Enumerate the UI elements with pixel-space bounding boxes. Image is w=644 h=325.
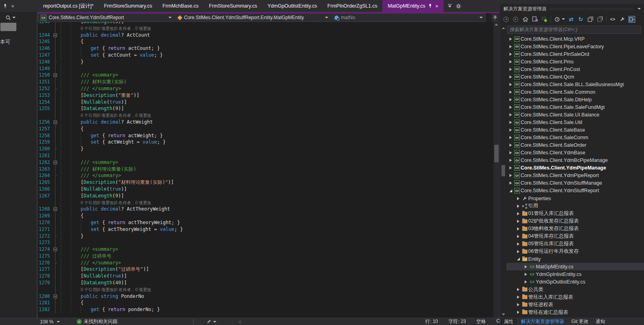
code-line[interactable]: 1261 bbox=[38, 152, 493, 159]
code-line[interactable]: 1273 bbox=[38, 239, 493, 246]
switch-views-icon[interactable] bbox=[531, 16, 538, 23]
sync-with-active-document-icon[interactable]: ⇄ bbox=[568, 16, 575, 23]
properties-wrench-icon[interactable] bbox=[619, 16, 626, 23]
bottom-tab-3[interactable]: Git 更改 bbox=[568, 318, 592, 325]
solution-explorer-search-input[interactable]: 搜索解决方案资源管理器(Ctrl+;) bbox=[507, 26, 641, 34]
collapsed-arrow-icon[interactable] bbox=[508, 83, 513, 86]
code-line[interactable]: 1252/// </summary> bbox=[38, 85, 493, 92]
tab-ydmgpoutlistentity-cs[interactable]: YdmGpOutlistEntity.cs bbox=[262, 0, 322, 12]
code-line[interactable]: 1271set { actTheoryWeight = value; } bbox=[38, 226, 493, 233]
collapsed-arrow-icon[interactable] bbox=[508, 68, 513, 71]
collapsed-arrow-icon[interactable] bbox=[508, 144, 513, 147]
char-indicator[interactable]: 字符: 23 bbox=[448, 318, 466, 325]
code-line[interactable]: 1277[Description("过磅单号")] bbox=[38, 266, 493, 273]
codelens-row[interactable]: 0 个引用|0 项更改|0 名作者，0 项更改 bbox=[38, 25, 493, 32]
tab-frmstoresummary-cs[interactable]: FrmStoreSummary.cs bbox=[99, 0, 157, 12]
tree-item-core-stlmes-client-sale-salefundmgt[interactable]: C#Core.StlMes.Client.Sale.SaleFundMgt bbox=[506, 103, 644, 111]
tree-item-core-stlmes-client-pipeleavefactory[interactable]: C#Core.StlMes.Client.PipeLeaveFactory bbox=[506, 43, 644, 50]
tree-item-ydmgpinlistentity-cs[interactable]: C#YdmGpInlistEntity.cs bbox=[506, 270, 644, 278]
tree-item--[interactable]: 管坯在途汇总报表 bbox=[506, 309, 644, 316]
collapsed-arrow-icon[interactable] bbox=[515, 212, 521, 215]
fold-collapse-box[interactable] bbox=[54, 73, 57, 77]
code-line[interactable]: 1281{ bbox=[38, 299, 493, 306]
document-list-icon[interactable] bbox=[448, 4, 452, 8]
tree-item-core-stlmes-client-saleorder[interactable]: C#Core.StlMes.Client.SaleOrder bbox=[506, 142, 644, 149]
codelens-row[interactable]: 0 个引用|0 项更改|0 名作者，0 项更改 bbox=[38, 199, 493, 206]
window-position-chevron-icon[interactable] bbox=[638, 8, 641, 10]
collapsed-arrow-icon[interactable] bbox=[508, 121, 513, 124]
editor-scrollbar-thumb[interactable] bbox=[494, 145, 499, 162]
fold-collapse-box[interactable] bbox=[54, 120, 57, 124]
code-line[interactable]: 1243[DataLength(3)] bbox=[38, 22, 493, 25]
tree-item-core-stlmes-client-mcp-vrp[interactable]: C#Core.StlMes.Client.Mcp.VRP bbox=[506, 35, 644, 43]
tree-item-core-stlmes-client-ydmstuffreport[interactable]: C#Core.StlMes.Client.YdmStuffReport bbox=[506, 187, 644, 195]
solution-explorer-titlebar[interactable]: 解决方案资源管理器 bbox=[500, 4, 644, 14]
type-dropdown[interactable]: Core.StlMes.Client.YdmStuffReport.Entity… bbox=[175, 13, 331, 22]
tree-item-ydmgpoutlistentity-cs[interactable]: C#YdmGpOutlistEntity.cs bbox=[506, 278, 644, 286]
code-line[interactable]: 1255[DataLength(9)] bbox=[38, 105, 493, 112]
collapsed-arrow-icon[interactable] bbox=[515, 220, 521, 223]
collapsed-arrow-icon[interactable] bbox=[515, 295, 521, 299]
pin-icon[interactable] bbox=[3, 4, 7, 9]
collapsed-arrow-icon[interactable] bbox=[508, 151, 513, 154]
tree-item-core-stlmes-client-sale-dbhelp[interactable]: C#Core.StlMes.Client.Sale.DbHelp bbox=[506, 96, 644, 103]
collapsed-arrow-icon[interactable] bbox=[515, 242, 521, 246]
tree-item-core-stlmes-client-ydmbase[interactable]: C#Core.StlMes.Client.YdmBase bbox=[506, 149, 644, 157]
tree-item-core-stlmes-client-plnsaleord[interactable]: C#Core.StlMes.Client.PlnSaleOrd bbox=[506, 50, 644, 58]
code-line[interactable]: 1246get { return actCount; } bbox=[38, 45, 493, 52]
collapsed-arrow-icon[interactable] bbox=[523, 280, 529, 284]
code-line[interactable]: 1279[DataLength(40)] bbox=[38, 280, 493, 286]
tree-item-matgpmentity-cs[interactable]: C#MatGpMEntity.cs bbox=[506, 263, 644, 270]
scroll-up-icon[interactable] bbox=[502, 27, 505, 29]
tree-item-core-stlmes-client-sale-ui-balance[interactable]: C#Core.StlMes.Client.Sale.UI.Balance bbox=[506, 111, 644, 118]
chevron-down-icon[interactable] bbox=[562, 18, 565, 20]
collapse-all-icon[interactable] bbox=[587, 16, 594, 23]
fold-collapse-box[interactable] bbox=[54, 295, 57, 298]
tree-item-core-stlmes-client-pncost[interactable]: C#Core.StlMes.Client.PnCost bbox=[506, 65, 644, 73]
collapsed-arrow-icon[interactable] bbox=[508, 128, 513, 132]
tree-item--[interactable]: 公共类 bbox=[506, 286, 644, 293]
tree-item-core-stlmes-client-sale-util[interactable]: C#Core.StlMes.Client.Sale.Util bbox=[506, 119, 644, 126]
code-line[interactable]: 1267[DataLength(9)] bbox=[38, 193, 493, 199]
code-line[interactable]: 1253[Description("重量")] bbox=[38, 92, 493, 99]
tree-item-02-[interactable]: 02炉批收发存汇总报表 bbox=[506, 217, 644, 225]
collapsed-arrow-icon[interactable] bbox=[508, 174, 513, 177]
expanded-arrow-icon[interactable] bbox=[515, 258, 521, 260]
code-line[interactable]: 1263/// 材料理论重量(实际) bbox=[38, 166, 493, 173]
collapsed-arrow-icon[interactable] bbox=[508, 136, 513, 139]
hscroll-left-icon[interactable] bbox=[238, 320, 241, 324]
fold-collapse-box[interactable] bbox=[54, 207, 57, 211]
pending-changes-filter-icon[interactable] bbox=[541, 16, 548, 23]
collapsed-arrow-icon[interactable] bbox=[515, 303, 521, 306]
collapsed-arrow-icon[interactable] bbox=[508, 98, 513, 101]
close-icon[interactable]: × bbox=[11, 4, 14, 9]
tab-frmstoresummary-cs[interactable]: FrmStoreSummary.cs bbox=[204, 0, 262, 12]
refresh-icon[interactable]: ↻ bbox=[577, 16, 584, 23]
home-icon[interactable] bbox=[522, 16, 529, 23]
bottom-tab-2[interactable]: 解决方案资源管理器 bbox=[517, 318, 568, 325]
code-line[interactable]: 1265[Description("材料理论重量(实际)")] bbox=[38, 179, 493, 186]
tree-item-core-stlmes-client-ydmpipemanage[interactable]: C#Core.StlMes.Client.YdmPipeManage bbox=[506, 164, 644, 172]
codelens-row[interactable]: 0 个引用|0 项更改|0 名作者，0 项更改 bbox=[38, 286, 493, 293]
back-icon[interactable]: ◂ bbox=[503, 16, 509, 23]
tree-item-core-stlmes-client-ydmpipereport[interactable]: C#Core.StlMes.Client.YdmPipeReport bbox=[506, 172, 644, 179]
tree-item-entity[interactable]: Entity bbox=[506, 255, 644, 263]
code-line[interactable]: 1260} bbox=[38, 146, 493, 152]
line-indicator[interactable]: 行: 10 bbox=[425, 318, 438, 325]
collapsed-arrow-icon[interactable] bbox=[508, 159, 513, 162]
explorer-scrollbar-thumb[interactable] bbox=[501, 165, 505, 176]
editor-vertical-scrollbar[interactable] bbox=[493, 22, 499, 318]
split-window-button[interactable] bbox=[491, 13, 499, 22]
code-line[interactable]: 1244public decimal? ActCount bbox=[38, 32, 493, 39]
tree-item-04-[interactable]: 04管坯库存汇总报表 bbox=[506, 232, 644, 240]
collapsed-arrow-icon[interactable] bbox=[515, 197, 521, 200]
collapsed-arrow-icon[interactable] bbox=[515, 227, 521, 230]
fold-collapse-box[interactable] bbox=[54, 33, 57, 37]
fold-collapse-box[interactable] bbox=[54, 161, 57, 164]
expanded-arrow-icon[interactable] bbox=[508, 189, 513, 192]
tree-item-core-stlmes-client-salebase[interactable]: C#Core.StlMes.Client.SaleBase bbox=[506, 126, 644, 134]
view-code-icon[interactable]: <> bbox=[609, 16, 616, 23]
tree-item-06-[interactable]: 06管坯运行年月收发存 bbox=[506, 248, 644, 255]
code-line[interactable]: 1262/// <summary> bbox=[38, 159, 493, 166]
collapsed-arrow-icon[interactable] bbox=[508, 166, 513, 169]
